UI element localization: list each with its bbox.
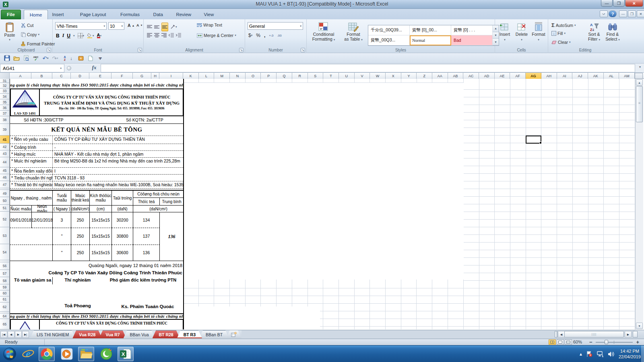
align-center-icon[interactable] [154,33,159,37]
help-icon[interactable]: ? [609,10,617,17]
cell-r1-c4[interactable]: 250 [71,212,90,228]
row-header-45[interactable]: 45 [0,167,10,174]
sheet-tab-bt-r28[interactable]: BT R28 [153,330,180,338]
column-header-AB[interactable]: AB [448,73,464,79]
place-date-line[interactable]: Quaûng Ngaõi, ngaøy 12 thaùng 01 naêm 20… [10,262,182,270]
wrap-text-button[interactable]: Wrap Text [195,22,224,28]
clipboard-dialog-launcher[interactable]: ↘ [47,48,51,52]
column-header-C[interactable]: C [52,73,71,79]
file-explorer-icon[interactable] [78,347,94,361]
decrease-indent-icon[interactable] [169,33,174,37]
column-header-P[interactable]: P [261,73,277,79]
align-top-icon[interactable] [147,25,152,29]
cell-style-4[interactable]: 貨幣_00Q3... [368,35,410,45]
column-header-F[interactable]: F [111,73,133,79]
cell-r3-c6[interactable]: 30600 [112,245,133,261]
row-header-52[interactable]: 52 [0,212,10,227]
cell-r1-c5[interactable]: 15x15x15 [90,212,112,228]
th-date-group[interactable]: Ngaøy , thaùng , naêm [10,191,53,206]
field-row-3[interactable]: * Haïng muïcNHÀ MÁY - Kết cấu nhà máy đợ… [10,151,184,158]
underline-dropdown-arrow[interactable]: ▾ [73,34,75,37]
align-left-icon[interactable] [147,33,152,37]
column-header-H[interactable]: H [151,73,159,79]
column-header-AE[interactable]: AE [495,73,510,79]
column-header-AH[interactable]: AH [541,73,557,79]
cell-r3-c7[interactable]: 136 [133,245,160,261]
sheet-tab-bt-r3[interactable]: BT R3 [177,330,202,338]
column-header-E[interactable]: E [89,73,111,79]
clock[interactable]: 14:42 PM 22/04/2019 [619,348,641,360]
th-actual[interactable]: Thöïc teá [133,198,160,206]
column-header-R[interactable]: R [292,73,308,79]
toolbox-button[interactable]: ✳ [77,54,85,62]
test-results-table[interactable]: Ngaøy , thaùng , naêmTuoåi maãuMaùc thie… [10,190,184,260]
next-sheet-arrow[interactable]: ▶ [15,331,22,338]
field-row-2[interactable]: * Coâng trình- [10,144,184,151]
row-header-42[interactable]: 42 [0,144,10,150]
underline-button[interactable]: U [67,33,70,39]
font-color-button[interactable]: A▾ [97,33,101,38]
column-header-AD[interactable]: AD [479,73,495,79]
media-player-icon[interactable] [59,347,75,361]
workbook-minimize-button[interactable]: — [619,10,627,17]
th-size-unit[interactable]: (cm) [90,206,112,212]
cell-average-strength[interactable]: 136 [160,212,184,261]
ribbon-tab-data[interactable]: Data [148,10,169,19]
cell-r3-c4[interactable]: 250 [71,245,90,261]
row-header-44[interactable]: 44 [0,157,10,167]
row-header-34[interactable]: 34 [0,94,10,99]
row-header-56[interactable]: 56 [0,262,10,270]
sheet-tab-vua-r28[interactable]: Vua R28 [72,330,102,338]
row-header-65[interactable]: 65 [0,319,10,329]
font-dialog-launcher[interactable]: ↘ [138,48,142,52]
row-header-39[interactable]: 39 [0,124,10,136]
column-header-N[interactable]: N [230,73,246,79]
row-header-43[interactable]: 43 [0,150,10,157]
column-header-AC[interactable]: AC [463,73,479,79]
window-close-button[interactable]: ✕ [625,0,643,7]
ribbon-tab-home[interactable]: Home [24,10,48,19]
column-header-AM[interactable]: AM [619,73,635,79]
last-sheet-arrow[interactable]: ▶| [22,331,29,338]
th-load-unit[interactable]: (daN) [112,206,133,212]
cell-r2-c5[interactable]: 15x15x15 [90,228,112,245]
column-header-S[interactable]: S [308,73,324,79]
signature-center2-title[interactable]: Toå Phoøng [53,303,103,311]
document-print-area[interactable]: ng quản lý chất lượng thực hiện theo ISO… [10,79,183,329]
number-format-select[interactable]: General▾ [248,22,303,30]
tab-split-handle[interactable] [555,331,557,337]
zoom-slider-track[interactable] [596,342,633,343]
print-preview-button[interactable] [23,54,30,62]
cell-r2-c3[interactable]: " [53,228,71,245]
increase-decimal-button[interactable]: +.0 [269,34,273,37]
autosum-button[interactable]: Σ AutoSum▾ [550,22,578,29]
row-header-64[interactable]: 64 [0,313,10,319]
paste-button[interactable]: Paste▾ [2,21,18,42]
ribbon-tab-insert[interactable]: Insert [47,10,70,19]
formula-bar-expand-arrow[interactable]: ▾ [637,65,643,71]
cell-r2-c4[interactable]: 250 [71,228,90,245]
comma-style-button[interactable]: , [264,33,265,38]
th-age[interactable]: Tuoåi maãu [53,191,71,206]
column-header-A[interactable]: A [10,73,31,79]
row-header-37[interactable]: 37 [0,111,10,116]
cell-dates-empty-2[interactable] [10,245,53,261]
increase-indent-icon[interactable] [176,33,181,37]
zoom-out-button[interactable]: − [589,339,592,345]
th-load[interactable]: Taûi troïng [112,191,133,206]
vertical-scrollbar[interactable]: ▲ ▼ [635,79,643,329]
cell-style-6[interactable]: Bad [451,35,493,45]
undo-button[interactable]: ↶▾ [42,54,49,62]
row-header-50[interactable]: 50 [0,197,10,205]
scroll-right-arrow[interactable]: ▶ [625,331,632,337]
column-header-AG[interactable]: AG [526,73,541,79]
column-header-Y[interactable]: Y [401,73,417,79]
column-header-O[interactable]: O [246,73,261,79]
header-split-box[interactable] [635,73,643,79]
chrome-icon[interactable] [39,347,55,361]
selected-cell-AG41[interactable] [526,136,541,144]
field-row-4[interactable]: * Muïc thí nghieämBê tông M250-B8 đá 1x2… [10,158,184,168]
column-header-AF[interactable]: AF [510,73,526,79]
field-row-1[interactable]: * Ñôn vò yeâu caàuCÔNG TY CP ĐẦU TƯ XÂY … [10,136,184,144]
decrease-decimal-button[interactable]: .00 [277,34,282,37]
